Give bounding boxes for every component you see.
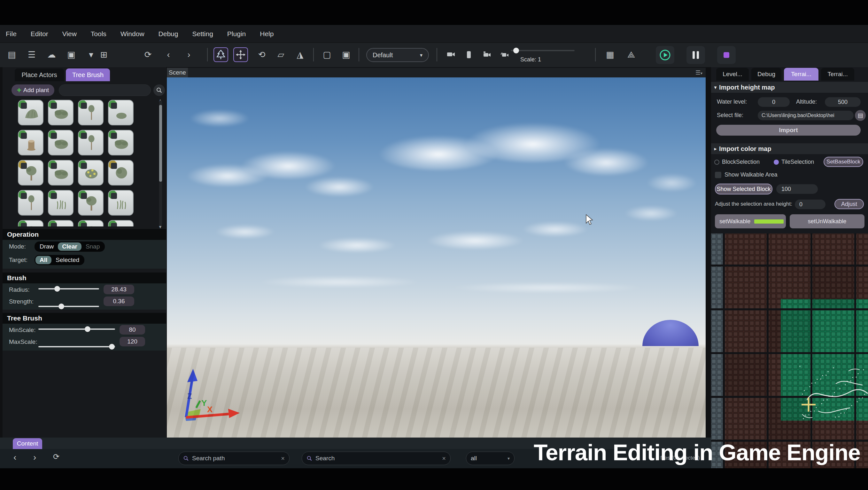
search-input[interactable]: Search × bbox=[302, 452, 451, 465]
plant-checkbox[interactable] bbox=[81, 223, 87, 226]
plant-checkbox[interactable] bbox=[81, 103, 87, 109]
tab-tree-brush[interactable]: Tree Brush bbox=[66, 68, 110, 81]
mode-option-snap[interactable]: Snap bbox=[82, 242, 104, 251]
set-unwalkable-button[interactable]: setUnWalkable bbox=[790, 214, 865, 228]
show-walkable-checkbox[interactable]: Show Walkable Area bbox=[715, 171, 777, 178]
plant-tile-bush[interactable] bbox=[48, 130, 73, 155]
rotate-tool-icon[interactable]: ⟲ bbox=[254, 47, 269, 62]
plant-tile-bush[interactable] bbox=[48, 100, 73, 125]
radius-slider[interactable] bbox=[38, 286, 99, 292]
clear-search-icon[interactable]: × bbox=[442, 455, 446, 462]
adjust-height-input[interactable]: 0 bbox=[795, 200, 826, 209]
plant-checkbox[interactable] bbox=[51, 133, 57, 139]
tab-content[interactable]: Content bbox=[13, 438, 42, 449]
block-count-input[interactable]: 100 bbox=[776, 184, 818, 194]
marquee-select-icon[interactable]: ▢ bbox=[319, 47, 334, 62]
layout-preset-dropdown[interactable]: Default ▾ bbox=[366, 48, 429, 62]
search-icon[interactable] bbox=[153, 84, 165, 96]
plant-checkbox[interactable] bbox=[81, 193, 87, 199]
import-color-map-header[interactable]: ▸ Import color map bbox=[711, 143, 868, 154]
plant-search-input[interactable] bbox=[59, 84, 151, 96]
plant-tile-round-bush[interactable] bbox=[108, 160, 133, 185]
plant-grid-scrollbar[interactable] bbox=[159, 100, 162, 226]
plant-checkbox[interactable] bbox=[111, 163, 117, 169]
mode-option-clear[interactable]: Clear bbox=[58, 242, 82, 251]
menu-item-editor[interactable]: Editor bbox=[31, 30, 48, 38]
file-path-input[interactable]: C:\Users\linjing.bao\Desktop\hei bbox=[758, 111, 854, 120]
plant-checkbox[interactable] bbox=[111, 103, 117, 109]
camera-rotate-icon[interactable] bbox=[497, 47, 512, 62]
plant-tile-grass[interactable] bbox=[48, 190, 73, 215]
plant-checkbox[interactable] bbox=[51, 163, 57, 169]
strength-slider-handle[interactable] bbox=[59, 304, 64, 309]
gizmo-settings-icon[interactable]: ⟁ bbox=[624, 47, 639, 62]
forward-icon[interactable]: › bbox=[182, 47, 196, 62]
plant-tile-grass[interactable] bbox=[108, 190, 133, 215]
plant-checkbox[interactable] bbox=[111, 133, 117, 139]
plant-checkbox[interactable] bbox=[111, 223, 117, 226]
plant-tile-tree[interactable] bbox=[18, 220, 43, 226]
stop-button[interactable] bbox=[717, 46, 736, 64]
back-icon[interactable]: ‹ bbox=[161, 47, 176, 62]
altitude-input[interactable]: 500 bbox=[825, 97, 861, 107]
cinema-camera-icon[interactable] bbox=[479, 47, 494, 62]
scale-slider-handle[interactable] bbox=[513, 48, 519, 53]
refresh-icon[interactable]: ⟳ bbox=[53, 452, 59, 461]
plant-tile-tree[interactable] bbox=[78, 220, 103, 226]
target-option-all[interactable]: All bbox=[35, 256, 52, 264]
plant-tile-sapling[interactable] bbox=[78, 130, 103, 155]
tile-selection-radio[interactable]: TileSelection bbox=[774, 158, 814, 165]
menu-item-help[interactable]: Help bbox=[260, 30, 274, 38]
scene-render[interactable]: Y X Z bbox=[167, 78, 706, 437]
play-button[interactable] bbox=[656, 46, 674, 64]
add-plant-button[interactable]: + Add plant bbox=[11, 84, 54, 96]
cloud-icon[interactable]: ☁ bbox=[44, 47, 59, 62]
target-option-selected[interactable]: Selected bbox=[52, 256, 84, 264]
plant-tile-bush[interactable] bbox=[48, 220, 73, 226]
tab-place-actors[interactable]: Place Actors bbox=[15, 68, 64, 81]
frame-select-icon[interactable]: ▣ bbox=[339, 47, 353, 62]
minscale-slider[interactable] bbox=[38, 326, 115, 332]
grid-snap-icon[interactable]: ▦ bbox=[603, 47, 617, 62]
import-button[interactable]: Import bbox=[716, 125, 861, 136]
plant-tile-bush[interactable] bbox=[48, 160, 73, 185]
strength-slider[interactable] bbox=[38, 304, 99, 309]
menu-item-file[interactable]: File bbox=[6, 30, 17, 38]
plant-checkbox[interactable] bbox=[21, 163, 27, 169]
block-selection-radio[interactable]: BlockSelection bbox=[714, 158, 760, 165]
pause-button[interactable] bbox=[686, 46, 705, 64]
menu-item-plugin[interactable]: Plugin bbox=[227, 30, 246, 38]
viewport-options-icon[interactable]: ☰▾ bbox=[695, 69, 703, 76]
minscale-slider-handle[interactable] bbox=[85, 326, 90, 332]
device-icon[interactable] bbox=[462, 47, 476, 62]
clear-search-icon[interactable]: × bbox=[281, 455, 285, 462]
tree-brush-tool-button[interactable] bbox=[214, 47, 228, 62]
right-tab-2-terrai[interactable]: Terrai... bbox=[784, 68, 818, 81]
plant-tile-bush[interactable] bbox=[108, 220, 133, 226]
set-base-block-button[interactable]: SetBaseBlock bbox=[824, 157, 863, 167]
menu-item-window[interactable]: Window bbox=[121, 30, 145, 38]
plant-tile-sapling[interactable] bbox=[18, 190, 43, 215]
plant-tile-stump[interactable] bbox=[18, 130, 43, 155]
open-scene-icon[interactable]: ▤ bbox=[4, 47, 19, 62]
plant-checkbox[interactable] bbox=[81, 133, 87, 139]
plant-checkbox[interactable] bbox=[21, 223, 27, 226]
plant-checkbox[interactable] bbox=[111, 193, 117, 199]
import-height-map-header[interactable]: ▾ Import height map bbox=[711, 82, 868, 93]
nav-forward-icon[interactable]: › bbox=[33, 452, 36, 462]
mode-option-draw[interactable]: Draw bbox=[35, 242, 58, 251]
save-icon[interactable]: ▣ bbox=[64, 47, 79, 62]
scale-tool-icon[interactable]: ▱ bbox=[274, 47, 288, 62]
scroll-down-icon[interactable]: ▼ bbox=[158, 225, 162, 229]
maxscale-slider[interactable] bbox=[38, 344, 115, 350]
plant-tile-tree[interactable] bbox=[18, 160, 43, 185]
radius-slider-handle[interactable] bbox=[54, 286, 60, 292]
sync-icon[interactable]: ⟳ bbox=[141, 47, 155, 62]
right-tab-3-terrai[interactable]: Terrai... bbox=[821, 68, 854, 81]
plant-checkbox[interactable] bbox=[51, 103, 57, 109]
menu-item-setting[interactable]: Setting bbox=[192, 30, 213, 38]
scrollbar-thumb[interactable] bbox=[159, 105, 162, 182]
plant-checkbox[interactable] bbox=[51, 193, 57, 199]
plant-tile-small-bush[interactable] bbox=[108, 100, 133, 125]
outline-list-icon[interactable]: ☰ bbox=[24, 47, 39, 62]
